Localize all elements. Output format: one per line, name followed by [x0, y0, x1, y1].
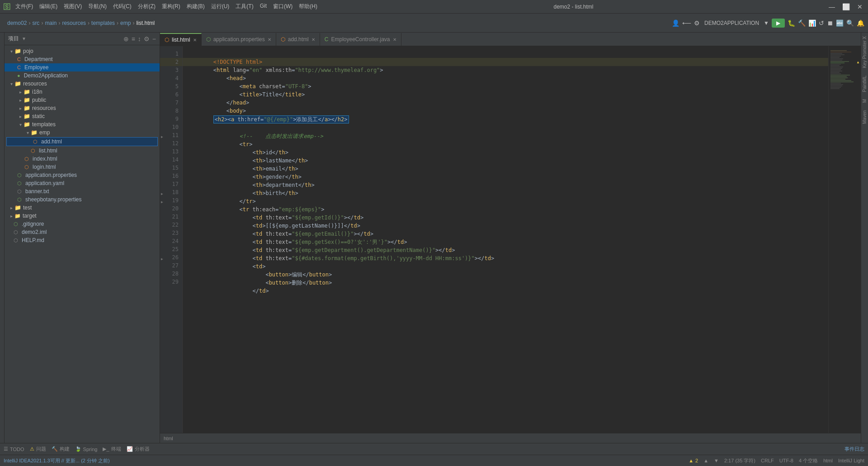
menu-code[interactable]: 代码(C) — [110, 2, 134, 11]
config-dropdown-icon[interactable]: ▼ — [764, 20, 769, 26]
breadcrumb-src[interactable]: src — [32, 20, 39, 26]
tab-list-html-close[interactable]: ✕ — [193, 38, 197, 43]
sidebar-settings-icon[interactable]: ⚙ — [144, 35, 150, 43]
menu-refactor[interactable]: 重构(R) — [159, 2, 183, 11]
tab-addhtml-close[interactable]: ✕ — [311, 37, 315, 42]
tree-item-resources-inner[interactable]: ▸ 📁 resources — [5, 104, 160, 112]
minimize-button[interactable]: — — [827, 3, 837, 10]
tree-item-list-html[interactable]: ⬡ list.html — [5, 147, 160, 155]
tree-item-sheepbotany[interactable]: ⬡ sheepbotany.properties — [5, 195, 160, 204]
bottom-item-build[interactable]: 🔨 构建 — [52, 446, 70, 452]
breadcrumb-listhtml[interactable]: list.html — [136, 20, 155, 26]
bottom-item-terminal[interactable]: ▶_ 终端 — [103, 446, 121, 452]
tree-item-login-html[interactable]: ⬡ login.html — [5, 163, 160, 171]
event-log-button[interactable]: 事件日志 — [844, 446, 864, 452]
sidebar-layout-icon[interactable]: ≡ — [132, 35, 135, 43]
bottom-item-spring[interactable]: 🍃 Spring — [75, 446, 98, 452]
tab-controller-close[interactable]: ✕ — [393, 37, 396, 42]
sidebar-dropdown-icon[interactable]: ▼ — [22, 36, 26, 41]
menu-help[interactable]: 帮助(H) — [296, 2, 320, 11]
file-type[interactable]: html — [823, 458, 833, 463]
right-panel-maven[interactable]: Maven — [861, 107, 868, 128]
tree-item-index-html[interactable]: ⬡ index.html — [5, 155, 160, 163]
settings-icon[interactable]: ⚙ — [694, 19, 700, 27]
breadcrumb-templates[interactable]: templates — [91, 20, 115, 26]
sidebar-scope-icon[interactable]: ⊕ — [123, 35, 129, 43]
tree-item-helpmd[interactable]: ⬡ HELP.md — [5, 236, 160, 244]
tree-item-app-properties[interactable]: ⬡ application.properties — [5, 171, 160, 179]
tree-item-department[interactable]: C Department — [5, 55, 160, 63]
tree-item-test[interactable]: ▸ 📁 test — [5, 204, 160, 212]
vcs-icon[interactable]: 👤 — [672, 19, 679, 27]
reload-icon[interactable]: ↺ — [819, 19, 824, 27]
tab-employee-controller[interactable]: C EmployeeController.java ✕ — [320, 33, 401, 46]
maximize-button[interactable]: ⬜ — [840, 3, 852, 10]
warning-count[interactable]: ▲ 2 — [689, 458, 698, 463]
stop-icon[interactable]: ⏹ — [827, 19, 833, 27]
menu-bar[interactable]: 文件(F) 编辑(E) 视图(V) 导航(N) 代码(C) 分析(Z) 重构(R… — [13, 2, 320, 11]
breadcrumb-main[interactable]: main — [45, 20, 57, 26]
coverage-icon[interactable]: 📊 — [808, 19, 816, 27]
tree-item-app-yaml[interactable]: ⬡ application.yaml — [5, 179, 160, 187]
menu-nav[interactable]: 导航(N) — [85, 2, 109, 11]
bottom-item-profiler[interactable]: 📈 分析器 — [127, 446, 150, 452]
encoding[interactable]: UTF-8 — [779, 458, 793, 463]
tree-item-banner-txt[interactable]: ⬡ banner.txt — [5, 187, 160, 195]
editor-area: ⬡ list.html ✕ ⬡ application.properties ✕… — [160, 33, 861, 443]
tree-item-gitignore[interactable]: ⬡ .gitignore — [5, 220, 160, 228]
menu-git[interactable]: Git — [257, 2, 269, 11]
line-num-6: 6 — [160, 90, 182, 99]
code-editor[interactable]: 1 2 3 4 5 6 7 8 9 10 11 ▶ 12 13 14 15 16… — [160, 46, 861, 433]
code-content[interactable]: <!DOCTYPE html> <html lang="en" xmlns:th… — [183, 46, 828, 433]
breadcrumb-emp[interactable]: emp — [120, 20, 131, 26]
right-panels: Key Promoter X PaintML M Maven — [861, 33, 868, 443]
right-panel-key-promoter[interactable]: Key Promoter X — [861, 33, 868, 72]
tree-item-demo2app[interactable]: ● Demo2Application — [5, 71, 160, 80]
breadcrumb-demo02[interactable]: demo02 — [7, 20, 27, 26]
tree-item-pojo[interactable]: ▾ 📁 pojo — [5, 47, 160, 55]
bottom-item-issues[interactable]: ⚠ 问题 — [30, 446, 46, 452]
menu-file[interactable]: 文件(F) — [13, 2, 36, 11]
tab-add-html[interactable]: ⬡ add.html ✕ — [276, 33, 320, 46]
tree-item-templates[interactable]: ▾ 📁 templates — [5, 120, 160, 128]
menu-run[interactable]: 运行(U) — [208, 2, 232, 11]
notification-icon[interactable]: 🔔 — [857, 19, 864, 27]
build-icon[interactable]: 🔨 — [798, 19, 806, 27]
indentation[interactable]: 4 个空格 — [799, 457, 818, 464]
line-ending[interactable]: CRLF — [761, 458, 774, 463]
close-button[interactable]: ✕ — [855, 3, 864, 10]
tab-list-html[interactable]: ⬡ list.html ✕ — [160, 33, 202, 46]
bottom-item-todo[interactable]: ☰ TODO — [4, 446, 24, 452]
menu-view[interactable]: 视图(V) — [61, 2, 85, 11]
menu-analyze[interactable]: 分析(Z) — [135, 2, 158, 11]
menu-window[interactable]: 窗口(W) — [270, 2, 295, 11]
tree-item-demo2iml[interactable]: ⬡ demo2.iml — [5, 228, 160, 236]
sidebar-collapse-icon[interactable]: ↕ — [138, 35, 141, 43]
tree-item-emp[interactable]: ▾ 📁 emp — [5, 128, 160, 137]
right-panel-m[interactable]: M — [861, 95, 868, 106]
tree-item-static[interactable]: ▸ 📁 static — [5, 112, 160, 120]
back-icon[interactable]: ⟵ — [682, 19, 691, 27]
search-icon[interactable]: 🔍 — [846, 19, 854, 27]
nav-up-icon[interactable]: ▲ — [703, 458, 708, 463]
tree-item-add-html[interactable]: ⬡ add.html — [6, 137, 158, 146]
tab-appprops-close[interactable]: ✕ — [268, 37, 271, 42]
tree-item-public[interactable]: ▸ 📁 public — [5, 96, 160, 104]
line-num-23: 23 — [160, 229, 182, 237]
right-panel-paint[interactable]: PaintML — [861, 72, 868, 96]
menu-edit[interactable]: 编辑(E) — [37, 2, 60, 11]
menu-tools[interactable]: 工具(T) — [233, 2, 256, 11]
nav-down-icon[interactable]: ▼ — [714, 458, 719, 463]
menu-build[interactable]: 构建(B) — [184, 2, 208, 11]
tab-app-properties[interactable]: ⬡ application.properties ✕ — [202, 33, 276, 46]
tree-item-resources-root[interactable]: ▾ 📁 resources — [5, 80, 160, 88]
breadcrumb-resources[interactable]: resources — [62, 20, 86, 26]
tree-item-target[interactable]: ▸ 📁 target — [5, 212, 160, 220]
sidebar-hide-icon[interactable]: − — [152, 35, 156, 43]
intellij-update-msg[interactable]: IntelliJ IDEA2021.1.3可用 // 更新... (2 分钟 之… — [4, 457, 110, 464]
debug-icon[interactable]: 🐛 — [788, 19, 795, 27]
tree-item-i18n[interactable]: ▸ 📁 i18n — [5, 88, 160, 96]
tree-item-employee[interactable]: C Employee — [5, 63, 160, 71]
translate-icon[interactable]: 🔤 — [836, 19, 844, 27]
run-button[interactable]: ▶ — [772, 19, 785, 28]
